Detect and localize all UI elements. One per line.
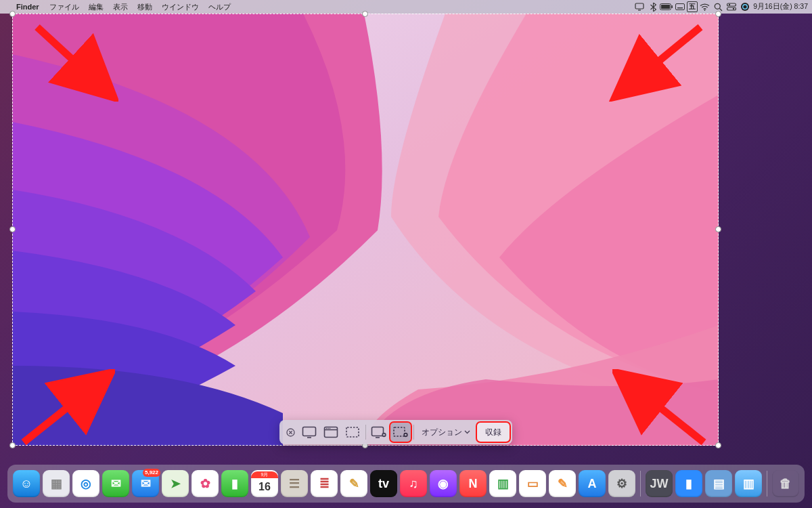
dock-music[interactable]: ♫ [400, 470, 427, 497]
dock-trash-section: 🗑 [772, 470, 799, 497]
svg-point-11 [733, 8, 734, 9]
svg-point-23 [326, 428, 328, 429]
screenshot-toolbar: オプション 収録 [279, 420, 512, 444]
app-menu[interactable]: Finder [15, 3, 45, 11]
svg-point-12 [741, 3, 749, 11]
dock-pages[interactable]: ✎ [549, 470, 576, 497]
menu-help[interactable]: ヘルプ [204, 2, 235, 12]
dock-notes[interactable]: ✎ [340, 470, 367, 497]
capture-window-button[interactable] [321, 423, 341, 442]
dock-trash[interactable]: 🗑 [772, 470, 799, 497]
selection-handle-bl[interactable] [9, 442, 16, 448]
menu-edit[interactable]: 編集 [84, 2, 108, 12]
selection-handle-tm[interactable] [362, 11, 368, 17]
dock-maps[interactable]: ➤ [162, 470, 189, 497]
menu-datetime[interactable]: 9月16日(金) 8:37 [752, 2, 812, 12]
input-source-icon[interactable]: 五 [687, 1, 698, 12]
dock-mail[interactable]: ✉5,922 [132, 470, 159, 497]
dock: ☺▦◎✉✉5,922➤✿▮9月16☰≣✎tv♫◉N▥▭✎A⚙ JW▮▤▥ 🗑 [7, 465, 805, 503]
dock-finder[interactable]: ☺ [13, 470, 40, 497]
wifi-icon[interactable] [698, 0, 711, 14]
svg-rect-10 [727, 7, 736, 10]
dock-system-preferences[interactable]: ⚙ [608, 470, 635, 497]
menu-bar: Finder ファイル 編集 表示 移動 ウインドウ ヘルプ 五 9月16日(金… [0, 0, 812, 14]
dock-messages[interactable]: ✉ [102, 470, 129, 497]
capture-label: 収録 [485, 427, 501, 438]
screen-mirror-icon[interactable] [633, 0, 646, 14]
capture-entire-screen-button[interactable] [299, 423, 319, 442]
svg-rect-8 [727, 3, 736, 6]
menu-view[interactable]: 表示 [108, 2, 133, 12]
menu-window[interactable]: ウインドウ [157, 2, 204, 12]
capture-selection-button[interactable] [342, 423, 363, 442]
svg-point-25 [330, 428, 331, 429]
selection-handle-br[interactable] [715, 442, 721, 448]
svg-rect-2 [672, 5, 673, 8]
dock-launchpad[interactable]: ▦ [43, 470, 70, 497]
dock-right: JW▮▤▥ [646, 470, 762, 497]
screenshot-close-button[interactable] [283, 423, 298, 442]
svg-rect-30 [394, 427, 405, 436]
toolbar-separator [365, 425, 366, 440]
svg-point-24 [328, 428, 329, 429]
keyboard-icon[interactable] [673, 0, 687, 14]
toolbar-separator [413, 425, 414, 440]
screenshot-capture-button[interactable]: 収録 [477, 423, 510, 442]
svg-point-7 [715, 3, 720, 9]
dock-main: ☺▦◎✉✉5,922➤✿▮9月16☰≣✎tv♫◉N▥▭✎A⚙ [13, 470, 635, 497]
svg-rect-3 [661, 5, 670, 9]
svg-rect-27 [372, 427, 384, 436]
dock-app-generic[interactable]: ▤ [705, 470, 732, 497]
control-center-icon[interactable] [725, 0, 738, 14]
dock-contacts[interactable]: ☰ [281, 470, 308, 497]
dock-separator [767, 471, 767, 496]
options-label: オプション [422, 427, 462, 438]
bluetooth-icon[interactable] [646, 0, 660, 14]
dock-photos[interactable]: ✿ [191, 470, 219, 497]
menu-file[interactable]: ファイル [45, 2, 84, 12]
dock-podcasts[interactable]: ◉ [430, 470, 457, 497]
selection-handle-tr[interactable] [715, 11, 721, 17]
dock-separator [640, 471, 641, 496]
svg-point-29 [383, 434, 385, 436]
svg-rect-0 [635, 3, 644, 9]
selection-handle-mr[interactable] [715, 226, 721, 232]
selection-handle-tl[interactable] [9, 11, 16, 17]
selection-preview [12, 14, 719, 446]
screenshot-options-menu[interactable]: オプション [416, 423, 476, 442]
dock-jw-library[interactable]: JW [646, 470, 673, 497]
svg-rect-4 [676, 4, 685, 10]
svg-point-6 [704, 9, 705, 11]
record-selection-button[interactable] [390, 423, 411, 442]
svg-rect-20 [303, 427, 316, 436]
svg-point-32 [405, 434, 407, 436]
dock-zoom[interactable]: ▮ [675, 470, 702, 497]
svg-rect-5 [677, 7, 683, 9]
dock-facetime[interactable]: ▮ [221, 470, 248, 497]
svg-point-9 [729, 4, 730, 5]
dock-appstore[interactable]: A [579, 470, 606, 497]
dock-keynote[interactable]: ▭ [519, 470, 546, 497]
record-entire-screen-button[interactable] [369, 423, 389, 442]
selection-handle-ml[interactable] [9, 226, 16, 232]
dock-safari[interactable]: ◎ [72, 470, 99, 497]
battery-icon[interactable] [660, 0, 673, 14]
dock-news[interactable]: N [459, 470, 487, 497]
desktop: Finder ファイル 編集 表示 移動 ウインドウ ヘルプ 五 9月16日(金… [0, 0, 812, 508]
dock-calendar[interactable]: 9月16 [251, 470, 278, 497]
dock-numbers[interactable]: ▥ [489, 470, 516, 497]
siri-icon[interactable] [738, 0, 752, 14]
menu-go[interactable]: 移動 [133, 2, 157, 12]
dock-reminders[interactable]: ≣ [311, 470, 338, 497]
svg-rect-26 [346, 427, 359, 437]
dock-tv[interactable]: tv [370, 470, 397, 497]
dock-folder[interactable]: ▥ [735, 470, 762, 497]
